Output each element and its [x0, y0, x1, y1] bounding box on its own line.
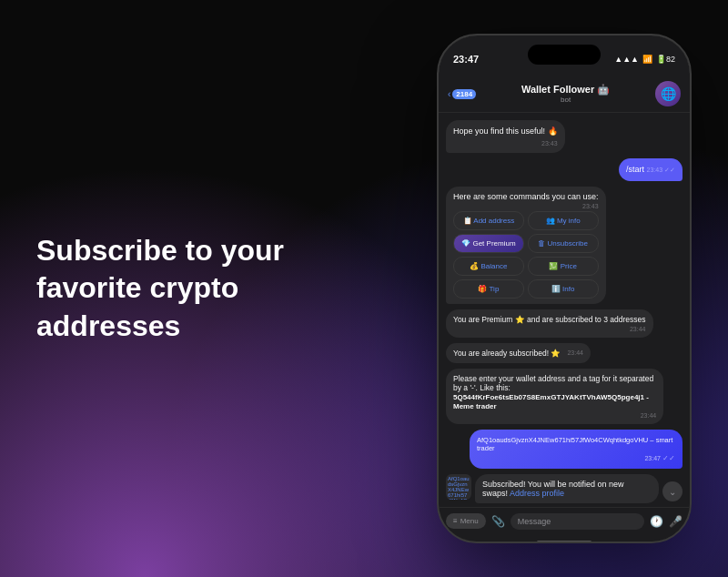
outgoing-addr-text: AfQ1oaudsGjvznX4JNEw671hi57JfWo4CWqhtkdg… — [477, 436, 675, 452]
outgoing-addr-check: ✓✓ — [662, 454, 675, 462]
phone-outer: 23:47 ▲▲▲ 📶 🔋82 ‹ 2184 Wallet Follower 🤖 — [437, 34, 692, 543]
command-grid: 📋 Add address 👥 My info 💎 Get Premium 🗑 … — [453, 211, 599, 299]
status-icons: ▲▲▲ 📶 🔋82 — [614, 55, 675, 64]
cmd-balance[interactable]: 💰 Balance — [453, 257, 524, 276]
preview-addr-text: AfQ1oaudsGjvznX4JNEw671hi57JfWo4CWq... — [448, 476, 470, 500]
cmd-price[interactable]: 💹 Price — [528, 257, 599, 276]
cmd-unsubscribe[interactable]: 🗑 Unsubscribe — [528, 234, 599, 253]
chevron-left-icon: ‹ — [448, 89, 450, 99]
cmd-tip[interactable]: 🎁 Tip — [453, 279, 524, 299]
menu-button[interactable]: ≡ Menu — [446, 513, 486, 529]
main-content: Subscribe to your favorite crypto addres… — [0, 0, 728, 577]
chevron-down-icon: ⌄ — [669, 487, 676, 497]
msg-time-start: 23:43 ✓✓ — [647, 167, 675, 173]
addr-preview-thumb: AfQ1oaudsGjvznX4JNEw671hi57JfWo4CWq... — [446, 474, 471, 500]
attach-icon[interactable]: 📎 — [491, 515, 505, 528]
already-subscribed-msg: You are already subscribed! ⭐ 23:44 — [446, 343, 591, 363]
address-profile-link[interactable]: Address profile — [510, 489, 564, 498]
already-sub-time: 23:44 — [567, 349, 583, 356]
avatar-emoji: 🌐 — [661, 86, 676, 101]
subscribed-msg-text: Subscribed! You will be notified on new … — [475, 474, 659, 503]
msg-text-1: Hope you find this useful! 🔥 — [453, 127, 558, 136]
battery-icon: 🔋82 — [656, 55, 675, 64]
cmd-add-address[interactable]: 📋 Add address — [453, 211, 524, 230]
commands-time: 23:43 — [453, 203, 599, 209]
outgoing-address-msg: AfQ1oaudsGjvznX4JNEw671hi57JfWo4CWqhtkdg… — [470, 430, 682, 469]
bot-subtitle: bot — [481, 96, 650, 104]
cmd-my-info[interactable]: 👥 My info — [528, 211, 599, 230]
wifi-icon: 📶 — [642, 55, 652, 64]
enter-wallet-text: Please enter your wallet address and a t… — [453, 374, 653, 392]
message-input[interactable]: Message — [511, 513, 644, 530]
subscribed-confirmation: AfQ1oaudsGjvznX4JNEw671hi57JfWo4CWq... S… — [446, 474, 659, 503]
premium-msg-time: 23:44 — [453, 326, 646, 332]
chat-title: Wallet Follower 🤖 bot — [481, 84, 650, 104]
back-count: 2184 — [452, 89, 476, 99]
enter-wallet-msg: Please enter your wallet address and a t… — [446, 369, 663, 424]
home-indicator-area — [439, 535, 690, 542]
menu-label: Menu — [460, 517, 479, 525]
already-sub-text: You are already subscribed! ⭐ — [453, 349, 561, 358]
back-button[interactable]: ‹ 2184 — [448, 89, 476, 99]
chat-header: ‹ 2184 Wallet Follower 🤖 bot 🌐 — [439, 76, 690, 113]
phone-screen: 23:47 ▲▲▲ 📶 🔋82 ‹ 2184 Wallet Follower 🤖 — [439, 35, 690, 542]
chat-input-bar: ≡ Menu 📎 Message 🕐 🎤 — [439, 507, 690, 535]
status-time: 23:47 — [453, 54, 479, 65]
dynamic-island — [528, 45, 601, 65]
hero-headline: Subscribe to your favorite crypto addres… — [36, 232, 309, 346]
menu-icon: ≡ — [453, 517, 458, 525]
cmd-info[interactable]: ℹ️ Info — [528, 279, 599, 299]
outgoing-addr-time: 23:47 — [644, 455, 661, 461]
commands-intro: Here are some commands you can use: 23:4… — [446, 187, 606, 304]
scroll-down-btn[interactable]: ⌄ — [662, 481, 682, 501]
clock-icon: 🕐 — [650, 515, 663, 528]
premium-status-msg: You are Premium ⭐ and are subscribed to … — [446, 309, 653, 338]
voice-icon[interactable]: 🎤 — [669, 515, 682, 528]
enter-wallet-time: 23:44 — [453, 412, 656, 419]
message-1: Hope you find this useful! 🔥 23:43 — [446, 120, 565, 153]
cmd-get-premium[interactable]: 💎 Get Premium — [453, 234, 524, 253]
home-indicator — [537, 541, 592, 542]
signal-icon: ▲▲▲ — [614, 55, 639, 64]
phone-mockup: 23:47 ▲▲▲ 📶 🔋82 ‹ 2184 Wallet Follower 🤖 — [437, 34, 692, 543]
msg-text-start: /start — [626, 165, 644, 174]
bot-avatar[interactable]: 🌐 — [655, 81, 681, 106]
message-start: /start 23:43 ✓✓ — [619, 158, 682, 181]
messages-area: Hope you find this useful! 🔥 23:43 /star… — [439, 113, 690, 507]
msg-time-1: 23:43 — [453, 139, 558, 148]
commands-intro-text: Here are some commands you can use: — [453, 192, 599, 201]
addr-example: 5Q544fKrFoe6tsEb07S8EmxGTJYAKtTVhAW5Q5pg… — [453, 393, 649, 410]
bot-name: Wallet Follower 🤖 — [481, 84, 650, 96]
